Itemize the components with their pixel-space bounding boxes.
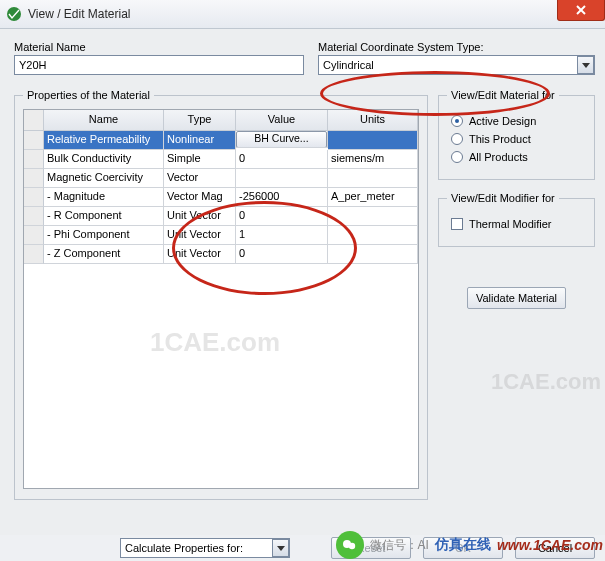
cell-name: - Magnitude [44,188,164,207]
cell-name: Bulk Conductivity [44,150,164,169]
properties-group: Properties of the Material Name Type Val… [14,89,428,500]
radio-this-product[interactable]: This Product [451,133,582,145]
table-row[interactable]: - Phi ComponentUnit Vector1 [24,226,418,245]
table-row[interactable]: - R ComponentUnit Vector0 [24,207,418,226]
cancel-button[interactable]: Cancel [515,537,595,559]
table-row[interactable]: Bulk ConductivitySimple0siemens/m [24,150,418,169]
row-header [24,150,44,169]
radio-icon [451,115,463,127]
col-units[interactable]: Units [328,110,418,131]
coord-type-label: Material Coordinate System Type: [318,41,595,53]
app-icon [6,6,22,22]
row-header [24,207,44,226]
chevron-down-icon [577,56,594,74]
cell-type: Unit Vector [164,207,236,226]
cell-value[interactable]: 0 [236,245,328,264]
cell-type: Nonlinear [164,131,236,150]
coord-type-select[interactable]: Cylindrical [318,55,595,75]
bh-curve-button[interactable]: BH Curve... [236,131,327,148]
check-thermal-modifier[interactable]: Thermal Modifier [451,218,582,230]
checkbox-icon [451,218,463,230]
material-name-input[interactable] [14,55,304,75]
table-row[interactable]: - MagnitudeVector Mag-256000A_per_meter [24,188,418,207]
col-value[interactable]: Value [236,110,328,131]
cell-value[interactable]: 0 [236,150,328,169]
row-header [24,169,44,188]
svg-marker-4 [277,546,285,551]
cell-name: Magnetic Coercivity [44,169,164,188]
radio-label: This Product [469,133,531,145]
cell-value[interactable]: -256000 [236,188,328,207]
cell-type: Simple [164,150,236,169]
row-header [24,245,44,264]
validate-material-button[interactable]: Validate Material [467,287,566,309]
cell-units [328,131,418,150]
radio-all-products[interactable]: All Products [451,151,582,163]
modifier-group: View/Edit Modifier for Thermal Modifier [438,192,595,247]
cell-type: Unit Vector [164,245,236,264]
radio-active-design[interactable]: Active Design [451,115,582,127]
cell-units: siemens/m [328,150,418,169]
radio-label: Active Design [469,115,536,127]
cell-value[interactable]: 0 [236,207,328,226]
cell-type: Vector [164,169,236,188]
properties-table: Name Type Value Units Relative Permeabil… [23,109,419,489]
table-row[interactable]: - Z ComponentUnit Vector0 [24,245,418,264]
radio-label: All Products [469,151,528,163]
col-name[interactable]: Name [44,110,164,131]
window-title: View / Edit Material [28,7,131,21]
cell-type: Unit Vector [164,226,236,245]
row-header [24,131,44,150]
cell-units [328,226,418,245]
radio-icon [451,151,463,163]
cell-name: - R Component [44,207,164,226]
chevron-down-icon [272,539,289,557]
reset-button[interactable]: Reset [331,537,411,559]
ok-button[interactable]: OK [423,537,503,559]
properties-legend: Properties of the Material [23,89,154,101]
table-row[interactable]: Magnetic CoercivityVector [24,169,418,188]
view-for-group: View/Edit Material for Active Design Thi… [438,89,595,180]
row-header [24,188,44,207]
cell-units [328,207,418,226]
calc-label: Calculate Properties for: [125,542,243,554]
cell-value[interactable]: 1 [236,226,328,245]
cell-units: A_per_meter [328,188,418,207]
col-type[interactable]: Type [164,110,236,131]
cell-name: - Z Component [44,245,164,264]
cell-value[interactable]: BH Curve... [236,131,328,148]
cell-units [328,245,418,264]
cell-type: Vector Mag [164,188,236,207]
cell-units [328,169,418,188]
coord-type-value: Cylindrical [323,59,374,71]
titlebar: View / Edit Material [0,0,605,29]
row-header [24,226,44,245]
close-button[interactable] [557,0,605,21]
check-label: Thermal Modifier [469,218,552,230]
modifier-legend: View/Edit Modifier for [447,192,559,204]
table-row[interactable]: Relative PermeabilityNonlinearBH Curve..… [24,131,418,150]
col-rownum [24,110,44,131]
cell-name: Relative Permeability [44,131,164,150]
material-name-label: Material Name [14,41,304,53]
view-for-legend: View/Edit Material for [447,89,559,101]
cell-value[interactable] [236,169,328,188]
svg-marker-3 [582,63,590,68]
calculate-properties-select[interactable]: Calculate Properties for: [120,538,290,558]
cell-name: - Phi Component [44,226,164,245]
radio-icon [451,133,463,145]
